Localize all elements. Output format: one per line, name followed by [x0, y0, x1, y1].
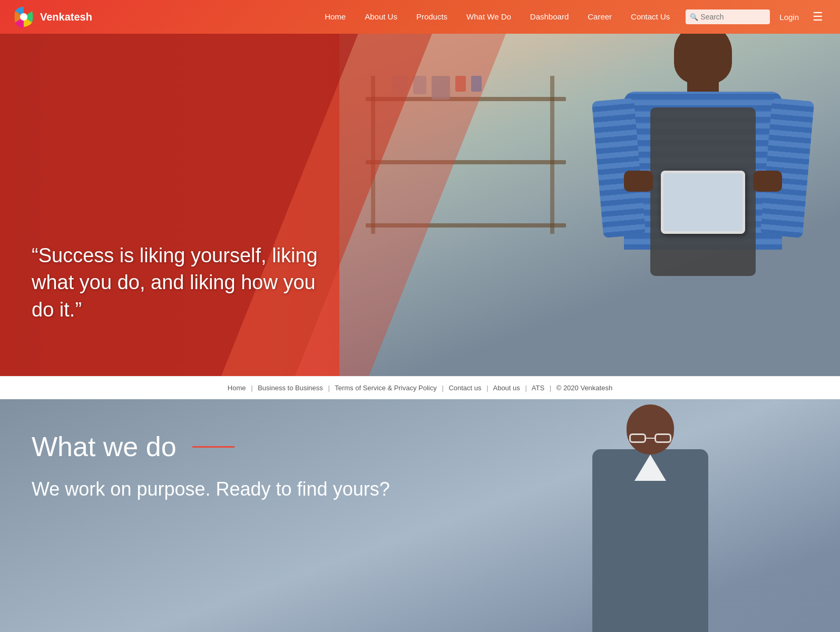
footer-sep-6: |	[550, 384, 551, 392]
footer-link-tos[interactable]: Terms of Service & Privacy Policy	[335, 384, 437, 392]
brand-logo-icon	[13, 6, 35, 28]
footer-sep-5: |	[525, 384, 526, 392]
search-icon: 🔍	[690, 13, 698, 21]
nav-link-home[interactable]: Home	[315, 8, 355, 25]
nav-item-home[interactable]: Home	[315, 12, 355, 22]
svg-point-1	[20, 13, 27, 21]
hero-section: “Success is liking yourself, liking what…	[0, 34, 840, 376]
footer-sep-2: |	[328, 384, 329, 392]
nav-item-dashboard[interactable]: Dashboard	[521, 12, 578, 22]
what-we-do-subtitle: We work on purpose. Ready to find yours?	[32, 478, 808, 500]
nav-link-what-we-do[interactable]: What We Do	[457, 8, 521, 25]
nav-link-about[interactable]: About Us	[355, 8, 407, 25]
nav-link-products[interactable]: Products	[407, 8, 457, 25]
nav-link-contact[interactable]: Contact Us	[621, 8, 679, 25]
navbar: Venkatesh Home About Us Products What We…	[0, 0, 840, 34]
footer-bar: Home | Business to Business | Terms of S…	[0, 376, 840, 399]
what-we-do-title: What we do	[32, 431, 808, 462]
nav-item-contact[interactable]: Contact Us	[621, 12, 679, 22]
title-underline-decoration	[192, 446, 235, 448]
hero-quote: “Success is liking yourself, liking what…	[32, 242, 327, 323]
search-input[interactable]	[686, 9, 770, 24]
login-button[interactable]: Login	[770, 8, 808, 26]
nav-link-career[interactable]: Career	[578, 8, 621, 25]
hero-photo-area	[339, 34, 840, 376]
footer-sep-4: |	[486, 384, 488, 392]
footer-link-ats[interactable]: ATS	[532, 384, 544, 392]
what-we-do-title-text: What we do	[32, 431, 177, 462]
footer-link-about[interactable]: About us	[493, 384, 520, 392]
nav-item-career[interactable]: Career	[578, 12, 621, 22]
nav-link-dashboard[interactable]: Dashboard	[521, 8, 578, 25]
footer-sep-3: |	[442, 384, 443, 392]
footer-copyright: © 2020 Venkatesh	[556, 384, 612, 392]
nav-item-products[interactable]: Products	[407, 12, 457, 22]
what-we-do-section: What we do We work on purpose. Ready to …	[0, 399, 840, 632]
nav-links: Home About Us Products What We Do Dashbo…	[315, 12, 679, 22]
nav-item-what-we-do[interactable]: What We Do	[457, 12, 521, 22]
footer-sep-1: |	[251, 384, 252, 392]
footer-link-b2b[interactable]: Business to Business	[258, 384, 323, 392]
hamburger-menu-button[interactable]: ☰	[808, 6, 827, 28]
brand-logo-link[interactable]: Venkatesh	[13, 6, 92, 28]
footer-link-contact[interactable]: Contact us	[448, 384, 481, 392]
brand-name: Venkatesh	[40, 11, 92, 23]
nav-item-about[interactable]: About Us	[355, 12, 407, 22]
footer-link-home[interactable]: Home	[228, 384, 246, 392]
hero-text-block: “Success is liking yourself, liking what…	[32, 242, 327, 323]
search-wrapper: 🔍	[686, 9, 770, 24]
